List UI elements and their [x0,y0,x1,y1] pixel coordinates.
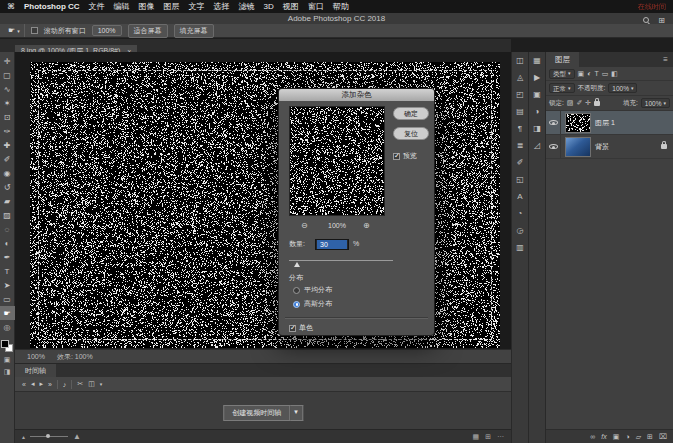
transition-icon[interactable]: ◫ [88,380,95,388]
visibility-cell[interactable] [546,135,561,158]
type-tool[interactable]: T [0,264,15,278]
zoom-tool[interactable]: ◎ [0,320,15,334]
menu-filter[interactable]: 滤镜 [239,1,255,12]
fill-screen-button[interactable]: 填充屏幕 [174,24,214,38]
layer-row-1[interactable]: 图层 1 [546,111,673,135]
layer-name[interactable]: 图层 1 [595,118,615,128]
path-selection-tool[interactable]: ➤ [0,278,15,292]
color-swatches[interactable] [1,340,13,352]
layer-styles-icon[interactable]: fx [601,433,606,440]
eraser-tool[interactable]: ▰ [0,194,15,208]
chevron-down-icon[interactable]: ▾ [290,405,303,421]
new-group-icon[interactable]: ⊞ [485,433,491,441]
audio-icon[interactable]: ♪ [63,381,67,388]
transition-menu-icon[interactable]: ▾ [100,381,103,387]
menu-select[interactable]: 选择 [214,1,230,12]
pen-tool[interactable]: ✒ [0,250,15,264]
brush-tool[interactable]: ✐ [0,152,15,166]
next-frame-icon[interactable]: » [48,381,52,388]
filter-adjustment-layers-icon[interactable]: ◐ [587,70,591,77]
preview-checkbox[interactable] [393,153,400,160]
fit-screen-button[interactable]: 适合屏幕 [128,24,168,38]
glyphs-panel-icon[interactable]: ◔ [518,210,523,218]
brush-settings-panel-icon[interactable]: ✐ [517,159,524,167]
filter-type-dropdown[interactable]: 类型 ▾ [549,69,575,79]
amount-input[interactable]: 30 [315,239,349,250]
screen-mode-icon[interactable]: ◨ [4,368,11,376]
history-brush-tool[interactable]: ↺ [0,180,15,194]
layer-1-thumbnail[interactable] [566,114,590,132]
filter-smart-objects-icon[interactable]: ◧ [611,70,618,78]
search-icon[interactable] [643,17,650,24]
layer-row-background[interactable]: 背景 [546,135,673,159]
more-options-icon[interactable]: ⋯ [497,433,504,441]
menu-view[interactable]: 视图 [283,1,299,12]
paths-panel-icon[interactable]: ◿ [534,142,540,150]
menu-image[interactable]: 图像 [139,1,155,12]
info-panel-icon[interactable]: ◰ [516,91,524,99]
adjustments-panel-icon[interactable]: ◑ [535,108,540,116]
dodge-tool[interactable]: ◐ [0,236,15,250]
eye-icon[interactable] [549,120,558,125]
delete-layer-icon[interactable]: ⌧ [659,433,667,441]
measurement-panel-icon[interactable]: ◶ [517,227,524,235]
frames-view-icon[interactable]: ▦ [473,433,480,441]
character-panel-icon[interactable]: A [517,193,522,201]
menu-help[interactable]: 帮助 [333,1,349,12]
properties-panel-icon[interactable]: ▤ [516,108,524,116]
swatches-panel-icon[interactable]: ▦ [533,57,541,65]
split-icon[interactable]: ✂ [77,380,83,388]
gaussian-radio[interactable] [293,301,300,308]
layer-mask-icon[interactable]: ▣ [613,433,620,441]
actions-panel-icon[interactable]: ▶ [534,74,540,82]
notes-panel-icon[interactable]: ▥ [516,244,524,252]
lock-pixels-icon[interactable]: ✐ [576,99,582,107]
libraries-panel-icon[interactable]: ▣ [533,91,541,99]
link-layers-icon[interactable]: ∞ [590,433,595,440]
app-menu[interactable]: Photoshop CC [24,2,80,11]
marquee-tool[interactable]: ▢ [0,68,15,82]
menu-edit[interactable]: 编辑 [114,1,130,12]
layer-name[interactable]: 背景 [595,142,609,152]
paragraph-panel-icon[interactable]: ¶ [518,125,522,133]
menu-window[interactable]: 窗口 [308,1,324,12]
filter-shape-layers-icon[interactable]: ▭ [602,70,609,78]
blend-mode-dropdown[interactable]: 正常 ▾ [549,83,575,93]
layer-group-icon[interactable]: ▱ [636,433,641,441]
lock-all-icon[interactable] [594,101,600,106]
background-thumbnail[interactable] [566,138,590,156]
magic-wand-tool[interactable]: ✶ [0,96,15,110]
crop-tool[interactable]: ⊡ [0,110,15,124]
new-layer-icon[interactable]: ⊞ [647,433,653,441]
zoom-in-mountain-icon[interactable]: ▲ [73,432,81,441]
zoom-out-mountain-icon[interactable]: ▴ [22,433,25,440]
tool-preset-picker[interactable]: ☛ ▾ [4,24,25,37]
amount-slider-handle[interactable] [294,262,300,267]
lock-position-icon[interactable]: ✛ [585,99,591,107]
visibility-cell[interactable] [546,111,561,134]
panel-menu-icon[interactable]: ≡ [658,55,673,64]
previous-frame-icon[interactable]: ◂ [31,380,35,388]
monochromatic-checkbox[interactable] [289,325,296,332]
reset-button[interactable]: 复位 [393,127,429,140]
clone-source-panel-icon[interactable]: ◱ [516,176,524,184]
histogram-panel-icon[interactable]: ◫ [516,57,524,65]
move-tool[interactable]: ✛ [0,54,15,68]
gradient-tool[interactable]: ▨ [0,208,15,222]
styles-panel-icon[interactable]: ≣ [517,142,524,150]
menu-type[interactable]: 文字 [189,1,205,12]
filter-type-layers-icon[interactable]: T [594,70,598,77]
amount-slider-track[interactable] [289,260,393,261]
lasso-tool[interactable]: ∿ [0,82,15,96]
zoom-out-icon[interactable]: ⊖ [301,221,308,230]
menu-3d[interactable]: 3D [264,2,274,11]
shape-tool[interactable]: ▭ [0,292,15,306]
uniform-radio[interactable] [293,287,300,294]
clone-stamp-tool[interactable]: ◉ [0,166,15,180]
eye-icon[interactable] [549,144,558,149]
healing-brush-tool[interactable]: ✚ [0,138,15,152]
eyedropper-tool[interactable]: ✑ [0,124,15,138]
menu-file[interactable]: 文件 [89,1,105,12]
ok-button[interactable]: 确定 [393,107,429,120]
blur-tool[interactable]: ◌ [0,222,15,236]
